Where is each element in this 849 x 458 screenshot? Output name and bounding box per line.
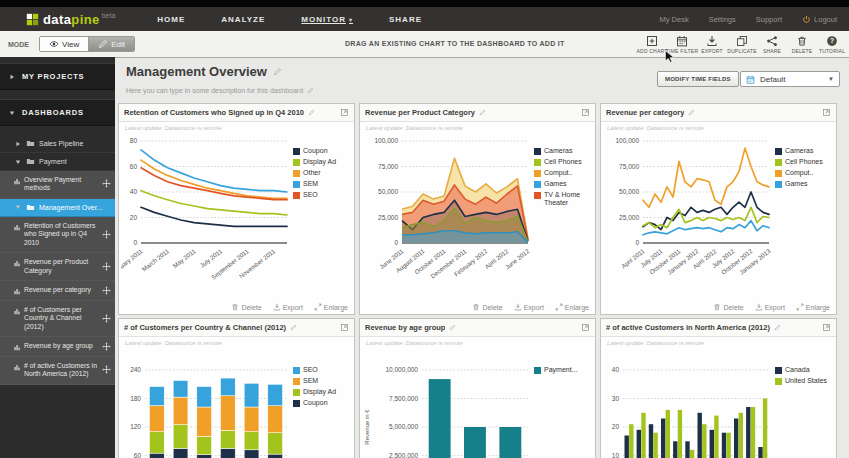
caret-down-icon [14, 203, 22, 211]
chart-panel-body: 020406080January 2011March 2011May 2011J… [119, 131, 354, 289]
edit-title-pencil-icon[interactable] [273, 67, 282, 76]
nav-logout-link[interactable]: Logout [802, 15, 837, 24]
move-handle-icon[interactable] [102, 342, 111, 351]
sidebar-chart-item-revenue-per-category[interactable]: Revenue per category [0, 281, 115, 300]
move-handle-icon[interactable] [102, 179, 111, 188]
chart-enlarge-button[interactable]: Enlarge [796, 303, 830, 311]
svg-text:March 2011: March 2011 [140, 247, 170, 273]
datapine-logo[interactable]: datapine beta [26, 12, 115, 27]
nav-item-share[interactable]: SHARE [389, 15, 422, 24]
svg-text:120: 120 [130, 423, 141, 430]
chart-delete-button[interactable]: Delete [472, 303, 502, 311]
nav-link-label: Settings [709, 15, 736, 24]
legend-swatch [293, 367, 300, 374]
chart-export-button[interactable]: Export [755, 303, 785, 311]
toolbar-duplicate-button[interactable]: DUPLICATE [727, 35, 757, 54]
chart-panel-footer: DeleteExportEnlarge [713, 303, 830, 311]
nav-item-label: MONITOR [301, 15, 346, 24]
svg-text:80: 80 [130, 137, 138, 144]
move-handle-icon[interactable] [102, 365, 111, 374]
legend-label: Cell Phones [785, 158, 823, 166]
svg-text:25,000: 25,000 [378, 214, 398, 221]
sidebar-chart-item-of-customers-per-country-channel-2012[interactable]: # of Customers per Country & Channel (20… [0, 301, 115, 337]
bar-chart-icon [13, 363, 21, 371]
svg-text:May 2011: May 2011 [171, 247, 197, 269]
edit-description-pencil-icon[interactable] [307, 87, 314, 94]
sidebar-section-dashboards[interactable]: DASHBOARDS [0, 99, 115, 126]
legend-item-display-ad: Display Ad [293, 388, 351, 396]
move-handle-icon[interactable] [102, 314, 111, 323]
edit-chart-title-pencil-icon[interactable] [290, 324, 297, 331]
move-handle-icon[interactable] [102, 286, 111, 295]
top-nav-bar: datapine beta HOMEANALYZEMONITOR▾SHARE M… [0, 7, 849, 31]
sidebar-chart-item-retention-of-customers-who-signed-up-in-[interactable]: Retention of Customers who Signed up in … [0, 217, 115, 253]
sidebar-folder-management-over[interactable]: Management Over... [0, 199, 115, 217]
legend-item-cameras: Cameras [775, 147, 833, 155]
chart-legend: CouponDisplay AdOtherSEMSEO [293, 133, 353, 289]
expand-chart-icon[interactable] [822, 108, 831, 117]
legend-item-sem: SEM [293, 377, 351, 385]
chart-panel-header: Revenue by age group [360, 319, 595, 337]
chart-delete-button[interactable]: Delete [713, 303, 743, 311]
legend-label: SEM [303, 180, 318, 188]
edit-chart-title-pencil-icon[interactable] [449, 324, 456, 331]
legend-swatch [293, 378, 300, 385]
move-handle-icon[interactable] [102, 230, 111, 239]
nav-support-link[interactable]: Support [756, 15, 782, 24]
sidebar-chart-label: Retention of Customers who Signed up in … [24, 222, 99, 247]
expand-chart-icon[interactable] [581, 108, 590, 117]
legend-label: United States [785, 377, 827, 385]
sidebar-folder-label: Sales Pipeline [39, 140, 83, 147]
expand-chart-icon[interactable] [581, 323, 590, 332]
sidebar-chart-label: Revenue per Product Category [24, 258, 99, 275]
toolbar-action-label: DELETE [792, 48, 813, 54]
legend-item-seo: SEO [293, 191, 351, 199]
sidebar-chart-item-of-active-customers-in-north-america-201[interactable]: # of active Customers in North America (… [0, 357, 115, 385]
sidebar-chart-item-revenue-by-age-group[interactable]: Revenue by age group [0, 337, 115, 356]
chart-enlarge-button[interactable]: Enlarge [314, 303, 348, 311]
chart-export-button[interactable]: Export [273, 303, 303, 311]
move-handle-icon[interactable] [102, 262, 111, 271]
bar-chart-icon [13, 343, 21, 351]
sidebar-folder-payment[interactable]: Payment [0, 153, 115, 171]
caret-right-icon [8, 73, 16, 81]
sidebar-folder-sales-pipeline[interactable]: Sales Pipeline [0, 135, 115, 153]
expand-chart-icon[interactable] [822, 323, 831, 332]
sidebar-chart-label: Revenue per category [24, 286, 91, 294]
svg-text:75,000: 75,000 [378, 163, 398, 170]
legend-label: SEO [303, 191, 318, 199]
sidebar-section-my-projects[interactable]: MY PROJECTS [0, 63, 115, 90]
chart-delete-button[interactable]: Delete [231, 303, 261, 311]
time-range-dropdown[interactable]: Default ▼ [740, 71, 840, 87]
edit-chart-title-pencil-icon[interactable] [479, 109, 486, 116]
nav-settings-link[interactable]: Settings [709, 15, 736, 24]
legend-swatch [293, 159, 300, 166]
datapine-dashboard-app: { "nav": { "logo_text_1": "data", "logo_… [0, 0, 849, 458]
pencil-icon [98, 39, 108, 49]
toolbar-delete-button[interactable]: DELETE [787, 35, 817, 54]
toolbar-export-button[interactable]: EXPORT [697, 35, 727, 54]
nav-item-analyze[interactable]: ANALYZE [221, 15, 265, 24]
toolbar-share-button[interactable]: SHARE [757, 35, 787, 54]
edit-chart-title-pencil-icon[interactable] [688, 109, 695, 116]
sidebar-chart-item-overview-payment-methods[interactable]: Overview Payment methods [0, 171, 115, 199]
expand-chart-icon[interactable] [340, 108, 349, 117]
nav-item-monitor[interactable]: MONITOR▾ [301, 15, 353, 24]
view-mode-button[interactable]: View [40, 37, 88, 51]
nav-my-desk-link[interactable]: My Desk [659, 15, 688, 24]
sidebar-chart-item-revenue-per-product-category[interactable]: Revenue per Product Category [0, 253, 115, 281]
svg-text:5,000,000: 5,000,000 [389, 423, 418, 430]
chart-enlarge-button[interactable]: Enlarge [555, 303, 589, 311]
toolbar-tutorial-button[interactable]: ?TUTORIAL [817, 35, 847, 54]
expand-chart-icon[interactable] [340, 323, 349, 332]
bar-chart-icon [13, 177, 21, 185]
modify-time-fields-button[interactable]: MODIFY TIME FIELDS [657, 71, 739, 87]
sidebar-chart-label: Overview Payment methods [24, 176, 99, 193]
power-icon [802, 15, 811, 24]
edit-mode-button[interactable]: Edit [88, 37, 134, 51]
edit-chart-title-pencil-icon[interactable] [308, 109, 315, 116]
sidebar-chart-label: Revenue by age group [24, 342, 93, 350]
chart-export-button[interactable]: Export [514, 303, 544, 311]
edit-chart-title-pencil-icon[interactable] [774, 324, 781, 331]
nav-item-home[interactable]: HOME [157, 15, 185, 24]
